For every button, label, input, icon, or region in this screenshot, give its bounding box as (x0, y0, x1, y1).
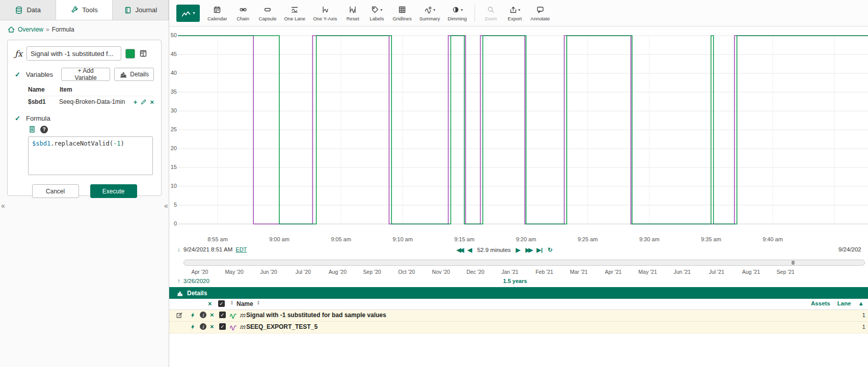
toolbar-summary-button[interactable]: ▾Summary (416, 2, 443, 25)
pencil-icon[interactable] (140, 99, 147, 105)
variables-table: Name Item $sbd1 Seeq-Broken-Data-1min + … (28, 86, 154, 107)
organizer-icon[interactable] (139, 49, 147, 58)
x-axis-labels[interactable]: 8:55 am9:00 am9:05 am9:10 am9:15 am9:20 … (178, 236, 868, 243)
help-icon[interactable]: ? (40, 126, 48, 133)
formula-name-input[interactable] (27, 46, 121, 61)
remove-icon[interactable]: × (210, 312, 214, 318)
unit-label: m (240, 312, 245, 319)
toolbar-export-button[interactable]: ▾Export (504, 2, 526, 25)
dimming-icon: ▾ (452, 5, 463, 15)
range-navigation: ◀◀ ◀ 52.9 minutes ▶ ▶▶ ▶| ↻ (457, 246, 553, 253)
month-label: Jun '20 (260, 269, 277, 275)
bolt-icon[interactable] (190, 312, 196, 319)
step-forward-many-icon[interactable]: ▶▶ (525, 246, 532, 253)
assets-column-header[interactable]: Assets (811, 300, 830, 306)
execute-button[interactable]: Execute (90, 184, 137, 198)
toolbar-item-label: One Lane (284, 16, 305, 21)
range-start-arrow-icon[interactable]: ↓ (177, 246, 180, 252)
col-item: Item (60, 86, 72, 93)
home-icon[interactable] (7, 25, 15, 34)
document-icon[interactable] (28, 125, 36, 133)
toolbar-capsule-button[interactable]: Capsule (256, 2, 280, 25)
toolbar-item-label: Annotate (531, 16, 550, 21)
details-row[interactable]: i × ✓ m SEEQ_EXPORT_TEST_5 1 (169, 322, 868, 333)
info-icon[interactable]: i (200, 312, 206, 318)
step-to-end-icon[interactable]: ▶| (537, 246, 543, 253)
lane-column-header[interactable]: Lane (837, 300, 851, 306)
sort-icon[interactable]: ▲▼ (257, 300, 260, 305)
step-forward-icon[interactable]: ▶ (516, 246, 520, 253)
details-row[interactable]: i × ✓ m Signal with -1 substituted for b… (169, 310, 868, 322)
y-tick-label: 30 (169, 107, 177, 114)
y-tick-label: 5 (169, 202, 177, 208)
details-button[interactable]: Details (114, 68, 154, 81)
duration-label[interactable]: 52.9 minutes (477, 247, 511, 253)
toolbar-dimming-button[interactable]: ▾Dimming (444, 2, 469, 25)
timezone-link[interactable]: EDT (235, 246, 247, 252)
toolbar-chain-button[interactable]: Chain (232, 2, 254, 25)
tab-journal[interactable]: Journal (113, 0, 169, 20)
toolbar-reset-button[interactable]: Reset (341, 2, 364, 25)
name-column-header[interactable]: Name (236, 300, 253, 307)
tab-data[interactable]: Data (0, 0, 56, 20)
breadcrumb-overview[interactable]: Overview (18, 26, 43, 33)
edit-item-icon[interactable] (176, 312, 183, 319)
toolbar-calendar-button[interactable]: Calendar (204, 2, 230, 25)
month-label: Apr '21 (605, 269, 622, 275)
remove-all-icon[interactable]: × (208, 300, 212, 307)
investigate-start-arrow-icon[interactable]: ↑ (177, 278, 180, 284)
month-label: May '20 (225, 269, 243, 275)
select-all-checkbox[interactable]: ✓ (218, 300, 225, 307)
toolbar-gridlines-button[interactable]: Gridlines (389, 2, 415, 25)
trend-chart[interactable] (178, 30, 868, 229)
tab-tools[interactable]: Tools (56, 0, 112, 20)
toolbar-item-label: Export (508, 16, 521, 21)
add-icon[interactable]: + (134, 99, 138, 105)
month-label: Jun '21 (674, 269, 691, 275)
timeline-scrollbar[interactable] (183, 260, 865, 266)
toolbar-item-label: Chain (236, 16, 249, 21)
tab-label: Journal (136, 6, 157, 14)
formula-code-editor[interactable]: $sbd1.replaceNotValid(-1) (28, 136, 153, 175)
row-checkbox[interactable]: ✓ (219, 323, 226, 330)
toolbar-one-y-axis-button[interactable]: One Y-Axis (310, 2, 340, 25)
row-checkbox[interactable]: ✓ (219, 312, 226, 318)
details-panel-header[interactable]: Details (169, 287, 868, 299)
labels-icon: ▾ (371, 5, 382, 15)
variable-name: $sbd1 (28, 98, 59, 105)
capsule-icon (264, 5, 272, 15)
toolbar-one-lane-button[interactable]: One Lane (281, 2, 308, 25)
bolt-icon[interactable] (190, 323, 196, 330)
cancel-button[interactable]: Cancel (32, 184, 79, 198)
code-token: .replaceNotValid (50, 140, 110, 147)
month-label: Oct '20 (398, 269, 415, 275)
info-icon[interactable]: i (200, 323, 206, 330)
step-back-many-icon[interactable]: ◀◀ (457, 246, 463, 253)
collapse-tools-panel-icon[interactable]: « (164, 202, 168, 210)
sort-icon[interactable]: ▲▼ (230, 300, 233, 305)
formula-buttons-row: Cancel Execute (15, 184, 154, 198)
journal-icon (124, 6, 132, 14)
range-start-label[interactable]: 9/24/2021 8:51 AM (183, 246, 233, 252)
color-swatch[interactable] (125, 49, 135, 59)
refresh-icon[interactable]: ↻ (548, 246, 553, 253)
remove-icon[interactable]: × (210, 323, 214, 330)
timeline-handle[interactable] (792, 261, 795, 265)
item-name[interactable]: Signal with -1 substituted for bad sampl… (246, 312, 386, 319)
lane-value: 1 (862, 324, 865, 330)
y-tick-label: 50 (169, 32, 177, 38)
toolbar-labels-button[interactable]: ▾Labels (365, 2, 388, 25)
step-back-icon[interactable]: ◀ (467, 246, 472, 253)
remove-icon[interactable]: × (150, 99, 154, 105)
collapse-data-panel-icon[interactable]: « (1, 202, 5, 210)
investigate-start-label[interactable]: 3/26/2020 (183, 278, 209, 284)
month-label: Sep '21 (777, 269, 795, 275)
add-variable-button[interactable]: + Add Variable (61, 68, 110, 81)
toolbar-annotate-button[interactable]: Annotate (528, 2, 553, 25)
investigate-span-label[interactable]: 1.5 years (503, 278, 527, 284)
trend-view-dropdown-button[interactable]: ▾ (176, 5, 200, 22)
item-name[interactable]: SEEQ_EXPORT_TEST_5 (246, 323, 318, 330)
range-end-label[interactable]: 9/24/202 (838, 246, 867, 252)
sort-icon[interactable]: ▲ (858, 302, 864, 305)
timeline-month-labels: Apr '20May '20Jun '20Jul '20Aug '20Sep '… (169, 269, 868, 276)
